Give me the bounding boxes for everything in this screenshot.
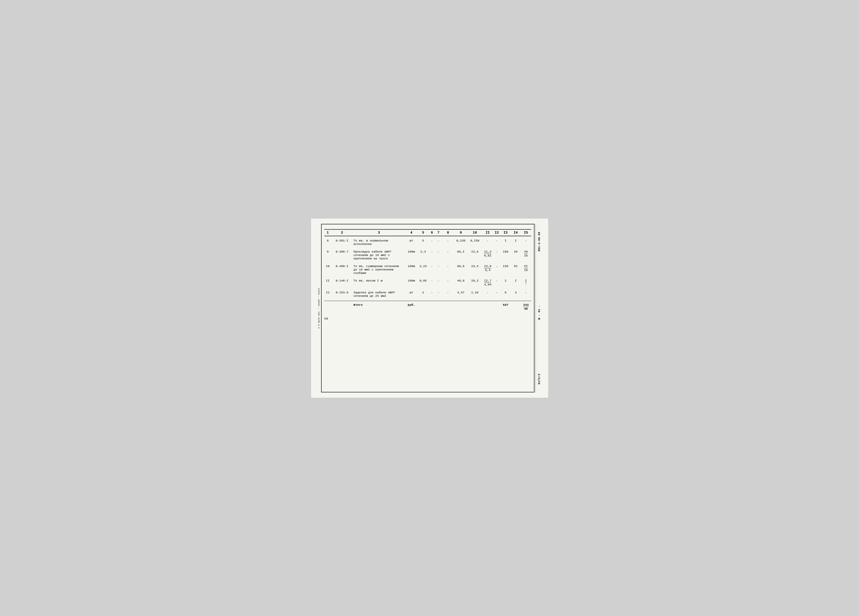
row10-frac11-den: 8,4	[485, 268, 490, 272]
row10-frac15-den: I9	[524, 268, 528, 272]
row8-c9: 0,238	[454, 238, 467, 246]
row10-fraction-11: 22,8 8,4	[484, 265, 492, 272]
table-row	[324, 236, 531, 238]
total-fraction: I43 48	[523, 303, 529, 311]
col-header-8: 8	[442, 229, 454, 236]
row12-c12: -	[493, 290, 500, 298]
row11-c14: I	[511, 278, 520, 287]
row12-c6: -	[429, 290, 435, 298]
row10-c5: 2,23	[417, 264, 429, 276]
row12-c8: -	[442, 290, 454, 298]
total-frac-num: I43	[523, 303, 529, 307]
row12-c9: 4,57	[454, 290, 467, 298]
total-c7	[435, 301, 442, 312]
col-header-13: I3	[500, 229, 511, 236]
col-header-4: 4	[405, 229, 417, 236]
row10-c8: -	[442, 264, 454, 276]
row8-unit: шт	[405, 238, 417, 246]
row9-c6: -	[429, 249, 435, 261]
total-row: Итого руб. 537 I43 48	[324, 301, 531, 312]
row11-frac11-num: I2,7	[484, 279, 492, 283]
row8-c14: I	[511, 238, 520, 246]
divider-row	[324, 298, 531, 301]
table-row-12: I2 8-I53-6 Заделки для кабеля АВРГ сечен…	[324, 290, 531, 298]
right-top-label: 801-2-60.85	[537, 232, 541, 251]
row11-code: 8-146-I	[331, 278, 353, 287]
row8-desc: То же, в нормальном исполнении	[353, 238, 405, 246]
row10-c10: 23,4	[467, 264, 482, 276]
row11-frac15-num: I	[525, 279, 527, 283]
spacer-row	[324, 246, 531, 249]
bottom-label: оа	[324, 317, 531, 321]
row11-c11: I2,7 4,04	[482, 278, 494, 287]
total-c14	[511, 301, 520, 312]
row12-unit: шт	[405, 290, 417, 298]
col-header-12: I2	[493, 229, 500, 236]
col-header-2: 2	[331, 229, 353, 236]
row8-c6: -	[429, 238, 435, 246]
row9-code: 8-396-7	[331, 249, 353, 261]
table-row-9: 9 8-396-7 Прокладка кабеля АВРГ сечением…	[324, 249, 531, 261]
row9-c7: -	[435, 249, 442, 261]
row11-c10: I8,2	[467, 278, 482, 287]
row11-c15: I -	[521, 278, 531, 287]
row12-c14: 3	[511, 290, 520, 298]
row11-c6: -	[429, 278, 435, 287]
row10-frac11-num: 22,8	[484, 265, 492, 269]
col-header-5: 5	[417, 229, 429, 236]
table-row-11: II 8-146-I То же, весом I м 100м 0,05 - …	[324, 278, 531, 287]
row10-c13: I36	[500, 264, 511, 276]
row12-c11: -	[482, 290, 494, 298]
right-margin: 801-2-60.85 Ш - 91 - 9173/3	[536, 224, 543, 392]
row9-fraction-15: 49 I6	[524, 250, 528, 257]
row8-c13: I	[500, 238, 511, 246]
col-header-9: 9	[454, 229, 467, 236]
total-c11	[482, 301, 494, 312]
row8-c15: -	[521, 238, 531, 246]
total-col15: I43 48	[521, 301, 531, 312]
row8-c10: 0,I58	[467, 238, 482, 246]
left-margin-text: К Ф ЦНТИ НАЧ. * 26000 * 52825	[316, 224, 321, 392]
total-col13: 537	[500, 301, 511, 312]
row11-c7: -	[435, 278, 442, 287]
row9-c10: I2,6	[467, 249, 482, 261]
main-content: 1 2 3 4 5 6 7 8 9 10 II I2 I3 I4 I5	[321, 224, 534, 392]
row11-fraction-11: I2,7 4,04	[484, 279, 492, 287]
total-c12	[493, 301, 500, 312]
col-header-1: 1	[324, 229, 331, 236]
row11-num: II	[324, 278, 331, 287]
row9-desc: Прокладка кабеля АВРГ сечением до 10 мм2…	[353, 249, 405, 261]
row10-unit: 100м	[405, 264, 417, 276]
row10-c11: 22,8 8,4	[482, 264, 494, 276]
row12-code: 8-I53-6	[331, 290, 353, 298]
col-header-14: I4	[511, 229, 520, 236]
row11-c8: -	[442, 278, 454, 287]
table-row-10: I0 8-400-I То же, суммарным сечением до …	[324, 264, 531, 276]
row12-num: I2	[324, 290, 331, 298]
row9-c11: 21,3 6,8I	[482, 249, 494, 261]
row11-c5: 0,05	[417, 278, 429, 287]
total-frac-den: 48	[524, 307, 528, 311]
row10-fraction-15: 5I I9	[524, 265, 528, 272]
table-header-row: 1 2 3 4 5 6 7 8 9 10 II I2 I3 I4 I5	[324, 229, 531, 236]
main-table: 1 2 3 4 5 6 7 8 9 10 II I2 I3 I4 I5	[324, 229, 531, 312]
col-header-3: 3	[353, 229, 405, 236]
col-header-11: II	[482, 229, 494, 236]
row11-frac11-den: 4,04	[484, 283, 492, 287]
total-c9	[454, 301, 467, 312]
row9-frac15-den: I6	[524, 254, 528, 257]
row11-fraction-15: I -	[525, 279, 527, 287]
right-mid-label: Ш - 91 -	[537, 305, 541, 320]
row10-c15: 5I I9	[521, 264, 531, 276]
table-row-8: 8 8-591-I То же, в нормальном исполнении…	[324, 238, 531, 246]
row11-c12: -	[493, 278, 500, 287]
spacer-row	[324, 287, 531, 290]
row10-code: 8-400-I	[331, 264, 353, 276]
row11-frac15-den: -	[525, 283, 527, 287]
right-bot-label: 9173/3	[537, 374, 541, 385]
col-header-15: I5	[521, 229, 531, 236]
row9-frac11-den: 6,8I	[484, 254, 492, 257]
row10-c7: -	[435, 264, 442, 276]
total-label: Итого	[353, 301, 405, 312]
row10-c9: 60,8	[454, 264, 467, 276]
